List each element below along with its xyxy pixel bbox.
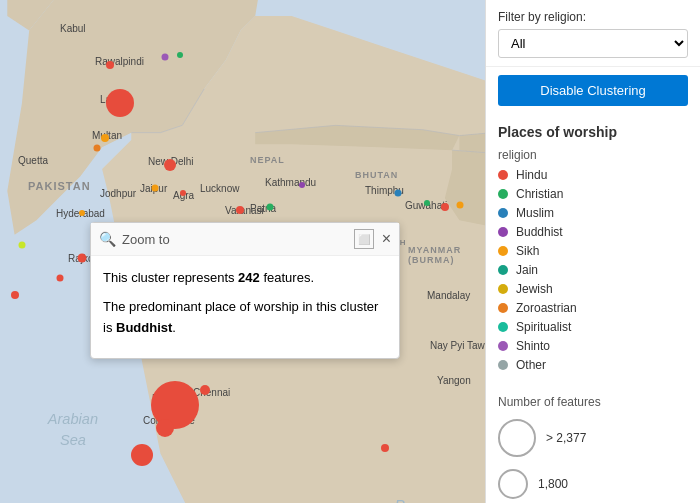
svg-text:Sea: Sea	[60, 432, 86, 448]
legend-label-buddhist: Buddhist	[516, 225, 563, 239]
legend-item-other: Other	[498, 358, 688, 372]
legend-dot-muslim	[498, 208, 508, 218]
legend-dot-jewish	[498, 284, 508, 294]
legend-dot-christian	[498, 189, 508, 199]
legend-dot-hindu	[498, 170, 508, 180]
legend-item-christian: Christian	[498, 187, 688, 201]
svg-text:Bay: Bay	[395, 497, 424, 503]
legend-label-spiritualist: Spiritualist	[516, 320, 571, 334]
feature-size-label: > 2,377	[546, 431, 586, 445]
dot-south[interactable]	[131, 444, 153, 466]
popup-worship-text: The predominant place of worship in this…	[103, 297, 387, 339]
legend-item-sikh: Sikh	[498, 244, 688, 258]
dot-thimphu[interactable]	[395, 190, 402, 197]
legend-dot-zoroastrian	[498, 303, 508, 313]
filter-section: Filter by religion: All Hindu Christian …	[486, 0, 700, 67]
legend-label-jain: Jain	[516, 263, 538, 277]
legend-item-hindu: Hindu	[498, 168, 688, 182]
feature-row: 1,800	[498, 469, 688, 499]
legend-list: HinduChristianMuslimBuddhistSikhJainJewi…	[498, 168, 688, 372]
legend-label-sikh: Sikh	[516, 244, 539, 258]
legend-dot-spiritualist	[498, 322, 508, 332]
dot-south-pak[interactable]	[11, 291, 19, 299]
dot-agra[interactable]	[180, 190, 186, 196]
legend-dot-other	[498, 360, 508, 370]
sidebar: Filter by religion: All Hindu Christian …	[485, 0, 700, 503]
feature-size-list: > 2,3771,8001,200	[498, 419, 688, 503]
dot-karachi[interactable]	[19, 242, 26, 249]
popup-zoom-label: Zoom to	[122, 232, 354, 247]
dot-jaipur[interactable]	[152, 185, 159, 192]
cluster-dot-lahore[interactable]	[106, 89, 134, 117]
legend-subtitle: religion	[498, 148, 688, 162]
feature-size-label: 1,800	[538, 477, 568, 491]
dot-rawalpindi[interactable]	[106, 61, 114, 69]
places-section: Places of worship religion HinduChristia…	[486, 114, 700, 387]
dot-delhi[interactable]	[164, 159, 176, 171]
feature-circle	[498, 419, 536, 457]
dot-chennai[interactable]	[200, 385, 210, 395]
legend-dot-buddhist	[498, 227, 508, 237]
dot-rajkot[interactable]	[78, 254, 87, 263]
zoom-icon: 🔍	[99, 231, 116, 247]
dot-multan2[interactable]	[94, 145, 101, 152]
dot-nepal[interactable]	[299, 182, 305, 188]
feature-circle	[498, 469, 528, 499]
legend-item-spiritualist: Spiritualist	[498, 320, 688, 334]
popup-close-button[interactable]: ×	[382, 229, 391, 249]
legend-item-buddhist: Buddhist	[498, 225, 688, 239]
legend-label-jewish: Jewish	[516, 282, 553, 296]
dot-guwahati2[interactable]	[441, 203, 449, 211]
popup-body: This cluster represents 242 features. Th…	[91, 256, 399, 358]
filter-label: Filter by religion:	[498, 10, 688, 24]
dot-myanmar-south[interactable]	[381, 444, 389, 452]
legend-dot-shinto	[498, 341, 508, 351]
feature-row: > 2,377	[498, 419, 688, 457]
features-title: Number of features	[498, 395, 688, 409]
dot-varanasi[interactable]	[236, 206, 244, 214]
dot-north1[interactable]	[162, 54, 169, 61]
popup-worship-type: Buddhist	[116, 320, 172, 335]
svg-text:Arabian: Arabian	[47, 411, 98, 427]
dot-patna[interactable]	[267, 204, 274, 211]
religion-filter-select[interactable]: All Hindu Christian Muslim Buddhist Sikh…	[498, 29, 688, 58]
places-title: Places of worship	[498, 124, 688, 140]
dot-guwahati1[interactable]	[424, 200, 430, 206]
legend-item-zoroastrian: Zoroastrian	[498, 301, 688, 315]
dot-guwahati3[interactable]	[457, 202, 464, 209]
legend-item-muslim: Muslim	[498, 206, 688, 220]
popup-cluster-text: This cluster represents 242 features.	[103, 268, 387, 289]
legend-label-christian: Christian	[516, 187, 563, 201]
legend-item-jain: Jain	[498, 263, 688, 277]
dot-hyd-pak[interactable]	[79, 210, 85, 216]
dot-karachi2[interactable]	[57, 275, 64, 282]
legend-item-jewish: Jewish	[498, 282, 688, 296]
dot-coimbatore[interactable]	[156, 419, 174, 437]
legend-label-shinto: Shinto	[516, 339, 550, 353]
popup-header: 🔍 Zoom to ⬜ ×	[91, 223, 399, 256]
disable-clustering-button[interactable]: Disable Clustering	[498, 75, 688, 106]
features-section: Number of features > 2,3771,8001,200	[486, 387, 700, 503]
dot-multan[interactable]	[101, 134, 109, 142]
legend-label-hindu: Hindu	[516, 168, 547, 182]
popup-expand-button[interactable]: ⬜	[354, 229, 374, 249]
cluster-popup: 🔍 Zoom to ⬜ × This cluster represents 24…	[90, 222, 400, 359]
legend-dot-jain	[498, 265, 508, 275]
legend-label-muslim: Muslim	[516, 206, 554, 220]
legend-label-other: Other	[516, 358, 546, 372]
legend-label-zoroastrian: Zoroastrian	[516, 301, 577, 315]
legend-item-shinto: Shinto	[498, 339, 688, 353]
popup-cluster-count: 242	[238, 270, 260, 285]
legend-dot-sikh	[498, 246, 508, 256]
dot-north2[interactable]	[177, 52, 183, 58]
